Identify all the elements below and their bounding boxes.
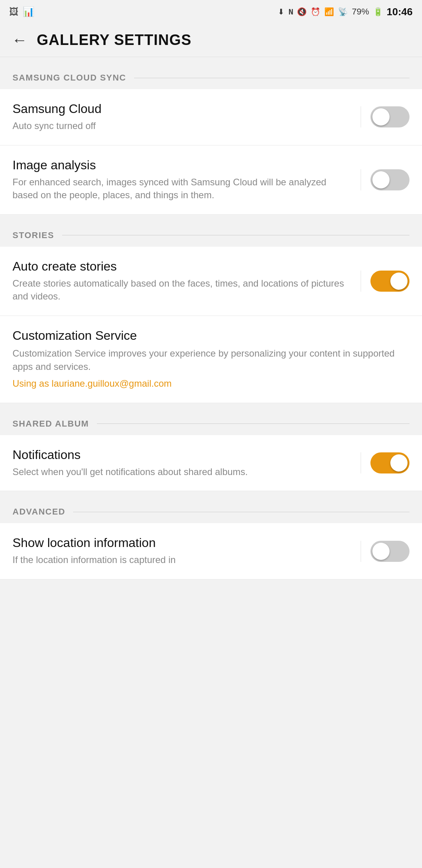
toggle-auto-stories[interactable]	[370, 271, 409, 292]
status-bar-left: 🖼 📊	[9, 6, 34, 17]
status-time: 10:46	[387, 6, 413, 18]
mute-icon: 🔇	[297, 7, 307, 16]
toggle-show-location[interactable]	[370, 541, 409, 562]
back-button[interactable]: ←	[12, 31, 27, 49]
toggle-knob-auto-stories	[390, 273, 408, 290]
setting-text-show-location: Show location information If the locatio…	[13, 536, 361, 567]
setting-title-auto-stories: Auto create stories	[13, 259, 351, 274]
setting-item-image-analysis: Image analysis For enhanced search, imag…	[0, 145, 422, 215]
toggle-container-auto-stories	[361, 271, 409, 292]
setting-text-samsung-cloud: Samsung Cloud Auto sync turned off	[13, 102, 361, 133]
setting-title-notifications: Notifications	[13, 448, 351, 462]
setting-title-samsung-cloud: Samsung Cloud	[13, 102, 351, 116]
toggle-container-image-analysis	[361, 169, 409, 190]
section-samsung-cloud-sync: SAMSUNG CLOUD SYNC	[0, 57, 422, 89]
setting-title-show-location: Show location information	[13, 536, 351, 550]
battery-icon: 🔋	[373, 7, 383, 16]
section-stories: STORIES	[0, 215, 422, 247]
section-label-shared-album: SHARED ALBUM	[13, 419, 89, 429]
section-label-stories: STORIES	[13, 230, 54, 240]
toggle-knob-image-analysis	[372, 171, 390, 188]
wifi-icon: 📶	[324, 7, 334, 16]
toggle-knob-notifications	[390, 454, 408, 472]
page-title: GALLERY SETTINGS	[37, 32, 191, 48]
toggle-knob-samsung-cloud	[372, 108, 390, 126]
setting-subtitle-customization: Customization Service improves your expe…	[13, 347, 409, 373]
section-divider-shared-album	[97, 423, 409, 424]
toggle-container-notifications	[361, 452, 409, 473]
setting-subtitle-auto-stories: Create stories automatically based on th…	[13, 277, 351, 303]
toggle-knob-show-location	[372, 543, 390, 560]
gallery-icon: 🖼	[9, 6, 19, 17]
setting-subtitle-notifications: Select when you'll get notifications abo…	[13, 465, 351, 479]
setting-subtitle-show-location: If the location information is captured …	[13, 553, 351, 567]
setting-subtitle-samsung-cloud: Auto sync turned off	[13, 119, 351, 133]
setting-item-samsung-cloud: Samsung Cloud Auto sync turned off	[0, 89, 422, 145]
page-header: ← GALLERY SETTINGS	[0, 23, 422, 57]
chart-icon: 📊	[23, 6, 34, 17]
setting-item-show-location: Show location information If the locatio…	[0, 523, 422, 579]
setting-subtitle-customization-email[interactable]: Using as lauriane.guilloux@gmail.com	[13, 377, 409, 390]
setting-text-auto-stories: Auto create stories Create stories autom…	[13, 259, 361, 303]
alarm-icon: ⏰	[311, 7, 320, 16]
section-advanced: ADVANCED	[0, 491, 422, 523]
setting-title-image-analysis: Image analysis	[13, 158, 351, 172]
setting-item-customization: Customization Service Customization Serv…	[0, 316, 422, 403]
settings-content: SAMSUNG CLOUD SYNC Samsung Cloud Auto sy…	[0, 57, 422, 579]
toggle-image-analysis[interactable]	[370, 169, 409, 190]
toggle-container-samsung-cloud	[361, 106, 409, 127]
toggle-samsung-cloud[interactable]	[370, 106, 409, 127]
setting-item-notifications: Notifications Select when you'll get not…	[0, 435, 422, 491]
status-bar: 🖼 📊 ⬇ N 🔇 ⏰ 📶 📡 79% 🔋 10:46	[0, 0, 422, 23]
setting-title-customization: Customization Service	[13, 328, 409, 343]
section-label-samsung-cloud-sync: SAMSUNG CLOUD SYNC	[13, 73, 126, 83]
section-label-advanced: ADVANCED	[13, 507, 65, 517]
download-icon: ⬇	[278, 7, 284, 16]
setting-subtitle-image-analysis: For enhanced search, images synced with …	[13, 176, 351, 202]
section-divider-advanced	[73, 512, 409, 512]
section-divider-stories	[62, 235, 409, 235]
battery-percentage: 79%	[352, 7, 369, 17]
setting-text-notifications: Notifications Select when you'll get not…	[13, 448, 361, 479]
setting-text-image-analysis: Image analysis For enhanced search, imag…	[13, 158, 361, 202]
section-divider	[134, 78, 409, 78]
setting-item-auto-stories: Auto create stories Create stories autom…	[0, 247, 422, 316]
section-shared-album: SHARED ALBUM	[0, 403, 422, 435]
status-bar-right: ⬇ N 🔇 ⏰ 📶 📡 79% 🔋 10:46	[278, 6, 413, 18]
toggle-notifications[interactable]	[370, 452, 409, 473]
signal-icon: 📡	[338, 7, 348, 16]
toggle-container-show-location	[361, 541, 409, 562]
nfc-icon: N	[288, 7, 293, 16]
